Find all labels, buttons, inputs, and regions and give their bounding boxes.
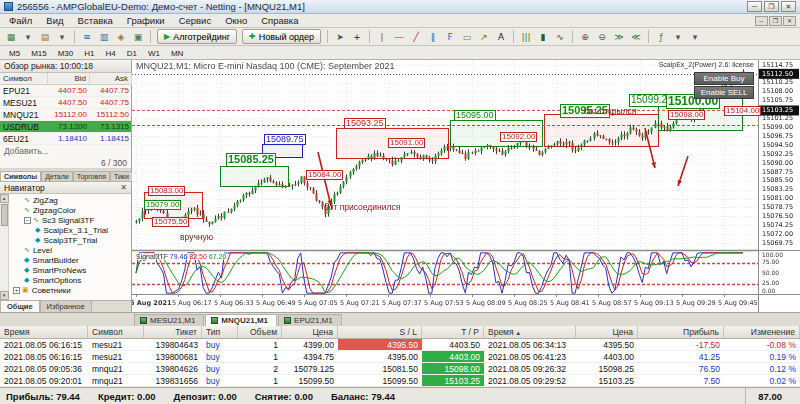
tree-expander-icon[interactable]: + <box>13 287 20 294</box>
maximize-button[interactable]: ❒ <box>764 1 779 12</box>
timeframe-m5[interactable]: M5 <box>4 47 25 59</box>
history-column-3[interactable]: Тип <box>202 326 238 338</box>
trendline-icon[interactable]: ╱ <box>408 29 424 44</box>
market-watch-row-6eu21[interactable]: 6EU211.184101.18415 <box>0 133 131 145</box>
history-column-11[interactable]: Изменение <box>724 326 800 338</box>
timeframe-d1[interactable]: D1 <box>122 47 142 59</box>
zoom-out-icon[interactable]: ⊖ <box>594 29 610 44</box>
menu-item-2[interactable]: Вставка <box>71 15 120 26</box>
history-column-0[interactable]: Время <box>0 326 88 338</box>
arrows-icon[interactable]: ↗ <box>476 29 492 44</box>
mw-column-1[interactable]: Bid <box>48 73 90 85</box>
navigator-tab-Общие[interactable]: Общие <box>0 300 40 312</box>
menu-item-3[interactable]: Графики <box>120 15 172 26</box>
menu-item-0[interactable]: Файл <box>2 15 39 26</box>
shapes-icon[interactable]: ▭ <box>459 29 475 44</box>
navigator-item-smartpronews[interactable]: ◆SmartProNews <box>9 265 131 275</box>
menu-item-4[interactable]: Сервис <box>172 15 219 26</box>
vertical-line-icon[interactable]: | <box>374 29 390 44</box>
navigator-item-level[interactable]: ∿Level <box>9 245 131 255</box>
minimize-button[interactable]: ─ <box>747 1 762 12</box>
history-column-10[interactable]: Прибыль <box>638 326 724 338</box>
history-column-1[interactable]: Символ <box>88 326 144 338</box>
chart-minimize-button[interactable]: ─ <box>755 16 768 26</box>
data-window-icon[interactable]: ▥ <box>96 29 112 44</box>
navigator-icon[interactable]: ◈ <box>113 29 129 44</box>
navigator-item-smartoptions[interactable]: ◆SmartOptions <box>9 275 131 285</box>
navigator-item-zigzagcolor[interactable]: ∿ZigzagColor <box>9 205 131 215</box>
indicators-dropdown-icon[interactable]: ▾ <box>670 29 686 44</box>
scrollbar-thumb[interactable] <box>1 204 8 226</box>
market-watch-row-mnqu21[interactable]: MNQU2115112.0015112.50 <box>0 109 131 121</box>
history-row-2[interactable]: 2021.08.05 09:05:36mnqu21139804626buy215… <box>0 363 800 375</box>
navigator-item-scalp3tf-trial[interactable]: ◆Scalp3TF_Trial <box>9 235 131 245</box>
timeframe-mn[interactable]: MN <box>166 47 188 59</box>
new-order-button[interactable]: ✚Новый ордер <box>242 29 321 44</box>
history-row-3[interactable]: 2021.08.05 09:20:01mnqu21139831656buy115… <box>0 375 800 387</box>
horizontal-line-icon[interactable]: ― <box>391 29 407 44</box>
menu-item-5[interactable]: Окно <box>218 15 254 26</box>
mw-tab-Тики[interactable]: Тики <box>110 171 133 181</box>
market-watch-icon[interactable]: ≡ <box>79 29 95 44</box>
timeframes-dropdown-icon[interactable]: ▾ <box>687 29 703 44</box>
mw-column-2[interactable]: Ask <box>90 73 132 85</box>
market-watch-row-usdrub[interactable]: USDRUB73.120073.1315 <box>0 121 131 133</box>
history-column-6[interactable]: S / L <box>338 326 422 338</box>
menu-item-6[interactable]: Справка <box>254 15 305 26</box>
timeframe-h1[interactable]: H1 <box>79 47 99 59</box>
profiles-icon[interactable]: ▤ <box>37 29 53 44</box>
fibonacci-icon[interactable]: F <box>442 29 458 44</box>
algo-trading-button[interactable]: ▶Алготрейдинг <box>157 29 237 44</box>
profiles-dropdown-icon[interactable]: ▾ <box>54 29 70 44</box>
navigator-item-smartbuilder[interactable]: ◆SmartBuilder <box>9 255 131 265</box>
market-watch-add[interactable]: Добавить... <box>0 145 131 157</box>
chart-dropdown-icon[interactable]: ▾ <box>20 29 36 44</box>
history-row-1[interactable]: 2021.08.05 06:16:15mesu21139800681buy143… <box>0 351 800 363</box>
timeframe-m30[interactable]: M30 <box>53 47 79 59</box>
navigator-item-sc3-signal3tf[interactable]: −∿Sc3 Signal3TF <box>9 215 131 225</box>
history-column-2[interactable]: Тикет <box>144 326 202 338</box>
chart-area[interactable]: MNQU21,M1: Micro E-mini Nasdaq 100 (CME)… <box>132 60 800 312</box>
channel-icon[interactable]: ∥ <box>425 29 441 44</box>
timeframe-m15[interactable]: M15 <box>26 47 52 59</box>
text-icon[interactable]: A <box>493 29 509 44</box>
mw-tab-Детали[interactable]: Детали <box>41 171 72 181</box>
enable-buy-button[interactable]: Enable Buy <box>694 72 754 85</box>
enable-sell-button[interactable]: Enable SELL <box>694 86 754 99</box>
chart-tab-mnqu21-m1[interactable]: MNQU21,M1 <box>205 314 277 326</box>
mw-column-0[interactable]: Символ <box>0 73 48 85</box>
navigator-scrollbar[interactable]: ▴ ▾ <box>0 194 9 300</box>
market-watch-row-mesu21[interactable]: MESU214407.504407.75 <box>0 97 131 109</box>
mw-tab-Символы[interactable]: Символы <box>0 171 41 181</box>
new-chart-icon[interactable]: ▦ <box>3 29 19 44</box>
tree-expander-icon[interactable]: − <box>24 217 31 224</box>
indicators-icon[interactable]: ƒ <box>653 29 669 44</box>
chart-tab-mesu21-m1[interactable]: MESU21,M1 <box>134 314 204 326</box>
market-watch-row-epu21[interactable]: EPU214407.504407.75 <box>0 85 131 97</box>
candle-chart-icon[interactable]: ▮ <box>535 29 551 44</box>
timeframe-w1[interactable]: W1 <box>143 47 165 59</box>
scroll-down-icon[interactable]: ▾ <box>0 291 9 300</box>
chart-restore-button[interactable]: ❒ <box>769 16 782 26</box>
history-row-0[interactable]: 2021.08.05 06:16:15mesu21139804643buy143… <box>0 339 800 351</box>
bar-chart-icon[interactable]: ||| <box>518 29 534 44</box>
crosshair-icon[interactable]: + <box>349 29 365 44</box>
history-column-8[interactable]: Время ▲ <box>484 326 576 338</box>
history-column-5[interactable]: Цена <box>282 326 338 338</box>
zoom-in-icon[interactable]: ⊕ <box>577 29 593 44</box>
line-chart-icon[interactable]: ∿ <box>552 29 568 44</box>
chart-tab-epu21-m1[interactable]: EPU21,M1 <box>278 314 342 326</box>
chart-shift-icon[interactable]: ≪ <box>628 29 644 44</box>
autoscroll-icon[interactable]: ≫ <box>611 29 627 44</box>
navigator-item-советники[interactable]: +▣Советники <box>9 285 131 295</box>
navigator-close-icon[interactable]: ✕ <box>120 183 127 192</box>
navigator-tab-Избранное[interactable]: Избранное <box>40 300 92 312</box>
toolbox-icon[interactable]: ▣ <box>130 29 146 44</box>
scroll-up-icon[interactable]: ▴ <box>0 194 9 203</box>
close-button[interactable]: ✕ <box>781 1 796 12</box>
navigator-item-zigzag[interactable]: ∿ZigZag <box>9 195 131 205</box>
chart-close-button[interactable]: ✕ <box>783 16 796 26</box>
menu-item-1[interactable]: Вид <box>39 15 70 26</box>
navigator-item-scalpex-3-1-trial[interactable]: ◆ScalpEx_3.1_Trial <box>9 225 131 235</box>
history-column-4[interactable]: Объем <box>238 326 282 338</box>
